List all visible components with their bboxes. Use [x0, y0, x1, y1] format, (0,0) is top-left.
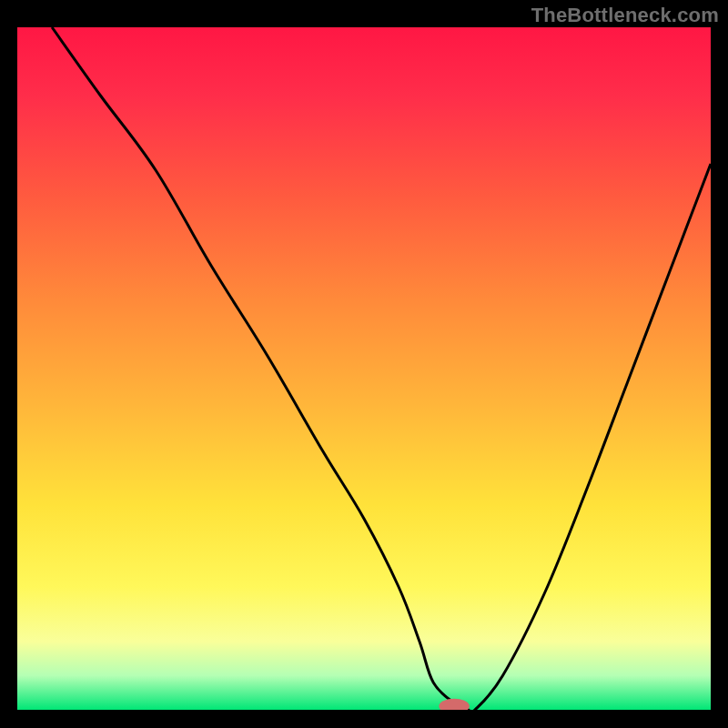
- bottleneck-chart: [17, 27, 711, 710]
- plot-area: [17, 27, 711, 710]
- gradient-background: [17, 27, 711, 710]
- chart-frame: TheBottleneck.com: [0, 0, 728, 728]
- watermark-text: TheBottleneck.com: [531, 4, 719, 27]
